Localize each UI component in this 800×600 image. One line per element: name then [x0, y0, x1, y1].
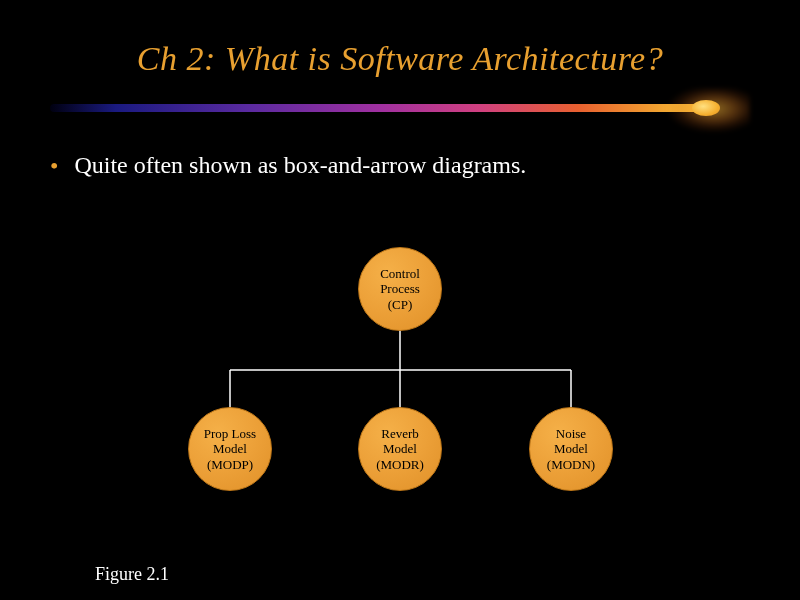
diagram-area: Control Process (CP) Prop Loss Model (MO…: [0, 235, 800, 555]
bullet-row: • Quite often shown as box-and-arrow dia…: [50, 152, 800, 180]
node-cp-line3: (CP): [388, 297, 413, 312]
node-reverb-model: Reverb Model (MODR): [358, 407, 442, 491]
node-noise-model: Noise Model (MODN): [529, 407, 613, 491]
node-prop-loss-model: Prop Loss Model (MODP): [188, 407, 272, 491]
node-modr-line1: Reverb: [381, 426, 419, 441]
node-cp-line2: Process: [380, 281, 420, 296]
node-modp-line3: (MODP): [207, 457, 253, 472]
node-modn-line2: Model: [554, 441, 588, 456]
divider-tip: [692, 100, 720, 116]
node-control-process: Control Process (CP): [358, 247, 442, 331]
node-modp-line2: Model: [213, 441, 247, 456]
node-modn-line1: Noise: [556, 426, 586, 441]
node-modr-line2: Model: [383, 441, 417, 456]
node-modn-line3: (MODN): [547, 457, 595, 472]
bullet-icon: •: [50, 152, 58, 180]
divider-gradient-bar: [50, 104, 710, 112]
divider-glow: [630, 88, 750, 148]
figure-label: Figure 2.1: [95, 564, 169, 585]
node-modr-line3: (MODR): [376, 457, 424, 472]
node-cp-line1: Control: [380, 266, 420, 281]
node-modp-line1: Prop Loss: [204, 426, 256, 441]
bullet-text: Quite often shown as box-and-arrow diagr…: [74, 152, 526, 179]
title-divider: [50, 96, 750, 122]
slide-title: Ch 2: What is Software Architecture?: [0, 0, 800, 78]
